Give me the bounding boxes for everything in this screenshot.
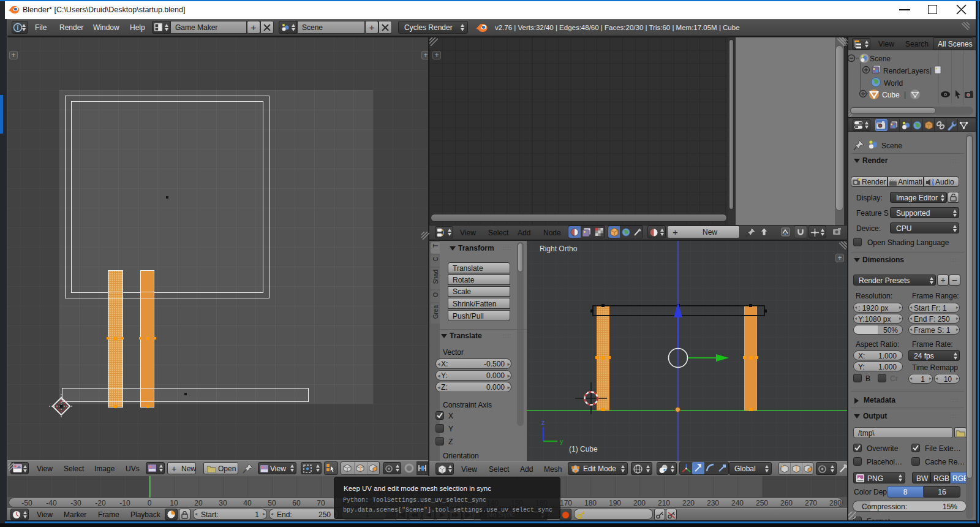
- svg-text:y: y: [560, 438, 564, 445]
- svg-text:z: z: [541, 419, 545, 426]
- svg-text:i: i: [17, 25, 19, 31]
